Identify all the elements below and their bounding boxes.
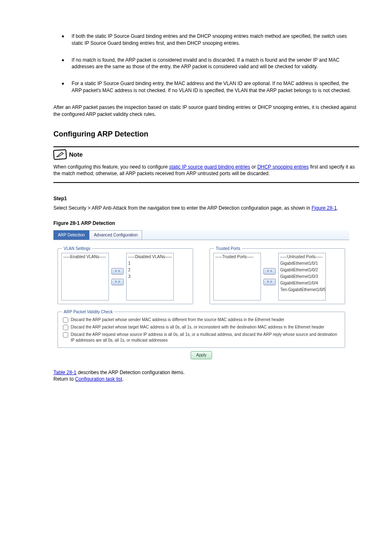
list-item[interactable]: GigabitEthernet1/0/1 (279, 260, 325, 267)
check-sender-mac-label: Discard the ARP packet whose sender MAC … (71, 317, 284, 323)
step1-label: Step1 (53, 195, 363, 202)
rule (53, 146, 359, 147)
check-target-mac-label: Discard the ARP packet whose target MAC … (71, 324, 324, 330)
note-end: first and specify it (309, 164, 348, 170)
body-paragraph-1: After an ARP packet passes the inspectio… (53, 104, 359, 118)
tab-bar: ARP Detection Advanced Configuration (53, 230, 349, 240)
untrusted-ports-list[interactable]: -----Untrusted Ports----- GigabitEtherne… (278, 253, 326, 301)
vlan-settings-fieldset: VLAN Settings -----Enabled VLANs----- < … (58, 248, 193, 304)
trusted-ports-list[interactable]: -----Trusted Ports----- (213, 253, 261, 301)
move-left-button[interactable]: < < (263, 268, 276, 275)
list-item[interactable]: GigabitEthernet1/0/4 (279, 280, 325, 287)
trusted-ports-fieldset: Trusted Ports -----Trusted Ports----- < … (210, 248, 345, 304)
disabled-vlans-list[interactable]: -----Disabled VLANs----- 1 2 3 (126, 253, 174, 301)
figure-link[interactable]: Figure 28-1 (311, 205, 337, 211)
check-target-mac[interactable] (63, 325, 68, 330)
validity-check-fieldset: ARP Packet Validity Check Discard the AR… (58, 312, 345, 348)
period: . (122, 376, 123, 382)
note-link-2[interactable]: DHCP snooping entries (257, 164, 309, 170)
tab-advanced-config[interactable]: Advanced Configuration (89, 230, 142, 240)
list-item[interactable]: 2 (127, 267, 173, 273)
validity-check-legend: ARP Packet Validity Check (62, 309, 114, 315)
rule (53, 182, 359, 183)
check-source-ip[interactable] (63, 332, 68, 338)
bullet-text-1: If both the static IP Source Guard bindi… (71, 33, 359, 47)
tab-arp-detection[interactable]: ARP Detection (53, 230, 89, 240)
list-item[interactable]: 1 (127, 260, 173, 267)
enabled-vlans-header: -----Enabled VLANs----- (62, 254, 108, 260)
arp-detection-ui: ARP Detection Advanced Configuration VLA… (53, 230, 349, 362)
list-item[interactable]: GigabitEthernet1/0/3 (279, 273, 325, 280)
note-link-1[interactable]: static IP source guard binding entries (169, 164, 250, 170)
note-label: Note (69, 150, 83, 159)
enabled-vlans-list[interactable]: -----Enabled VLANs----- (61, 253, 109, 301)
note-or: or (250, 164, 256, 170)
apply-button[interactable]: Apply (191, 351, 212, 359)
note-line-1: When configuring this feature, you need … (53, 164, 168, 170)
bullet-dot: • (62, 57, 64, 64)
bullet-dot: • (62, 33, 64, 40)
move-right-button[interactable]: > > (263, 279, 276, 285)
table-ref-link[interactable]: Table 28-1 (53, 370, 76, 375)
list-item[interactable]: Ten-GigabitEthernet1/0/5 (279, 287, 325, 293)
config-tasks-link[interactable]: Configuration task list (75, 376, 122, 382)
note-text: When configuring this feature, you need … (53, 164, 359, 178)
table-ref: Table 28-1 describes the ARP Detection c… (53, 369, 363, 376)
return-label: Return to (53, 376, 74, 382)
disabled-vlans-header: -----Disabled VLANs----- (127, 254, 173, 260)
check-sender-mac[interactable] (63, 317, 68, 323)
step1-path: Select Security > ARP Anti-Attack from t… (53, 205, 311, 211)
table-ref-tail: describes the ARP Detection configuratio… (76, 370, 184, 375)
period: . (337, 205, 338, 211)
vlan-settings-legend: VLAN Settings (62, 246, 92, 252)
section-heading: Configuring ARP Detection (53, 129, 363, 139)
trusted-ports-header: -----Trusted Ports----- (214, 254, 261, 260)
note-icon (53, 149, 67, 160)
check-source-ip-label: Discard the ARP request whose source IP … (71, 332, 341, 343)
return-to: Return to Configuration task list. (53, 376, 359, 383)
list-item[interactable]: GigabitEthernet1/0/2 (279, 267, 325, 273)
bullet-text-2: If no match is found, the ARP packet is … (71, 57, 359, 71)
list-item[interactable]: 3 (127, 273, 173, 280)
untrusted-ports-header: -----Untrusted Ports----- (279, 254, 325, 260)
move-left-button[interactable]: < < (111, 268, 124, 275)
move-right-button[interactable]: > > (111, 279, 124, 285)
figure-caption: Figure 28-1 ARP Detection (53, 220, 363, 227)
bullet-dot: • (62, 80, 64, 88)
bullet-text-3: For a static IP Source Guard binding ent… (71, 80, 359, 94)
step1-text: Select Security > ARP Anti-Attack from t… (53, 205, 363, 212)
trusted-ports-legend: Trusted Ports (214, 246, 242, 252)
